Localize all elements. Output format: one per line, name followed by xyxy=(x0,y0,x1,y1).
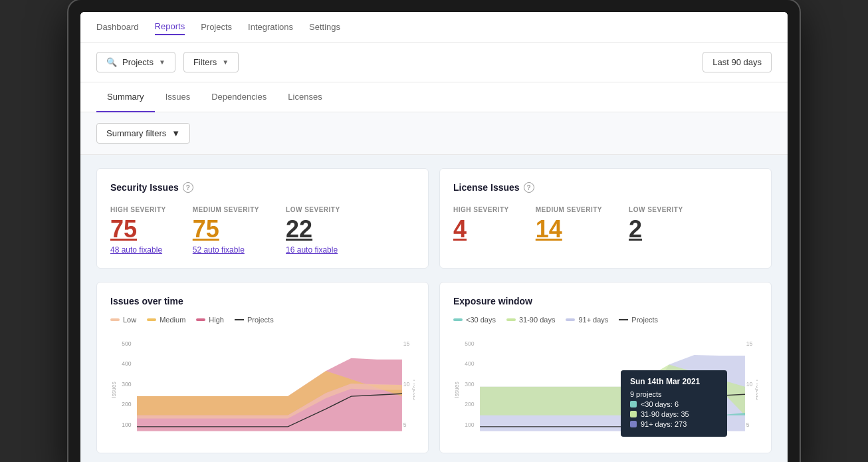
svg-text:15: 15 xyxy=(403,340,410,347)
tabs-row: Summary Issues Dependencies Licenses xyxy=(80,82,788,112)
security-info-icon[interactable]: ? xyxy=(183,182,193,193)
legend-dot-gt91 xyxy=(566,318,575,321)
legend-dot-low xyxy=(110,318,120,321)
tooltip-title: Sun 14th Mar 2021 xyxy=(630,377,718,386)
tooltip-dot-31to90 xyxy=(630,411,637,417)
issues-legend: Low Medium High xyxy=(110,316,415,324)
license-high-value[interactable]: 4 xyxy=(453,217,509,241)
svg-text:200: 200 xyxy=(122,401,132,407)
svg-text:500: 500 xyxy=(122,340,132,347)
nav-integrations[interactable]: Integrations xyxy=(248,19,293,35)
legend-high: High xyxy=(196,316,224,324)
low-auto-fixable[interactable]: 16 auto fixable xyxy=(286,245,340,255)
tooltip-dot-lt30 xyxy=(630,401,637,407)
license-issues-title: License Issues ? xyxy=(453,182,758,193)
chart-svg-issues: 500 400 300 200 100 Issues xyxy=(110,330,415,437)
nav-projects[interactable]: Projects xyxy=(201,19,232,35)
chart-tooltip: Sun 14th Mar 2021 9 projects <30 days: 6 xyxy=(621,370,727,437)
chart-title-exposure: Exposure window xyxy=(453,296,758,306)
security-issues-title: Security Issues ? xyxy=(110,182,415,193)
legend-low: Low xyxy=(110,316,136,324)
svg-text:10: 10 xyxy=(403,381,410,388)
nav-dashboard[interactable]: Dashboard xyxy=(96,19,139,35)
screen-bezel: Dashboard Reports Projects Integrations … xyxy=(68,0,800,462)
projects-label: Projects xyxy=(122,57,154,67)
tooltip-lt30-row: <30 days: 6 xyxy=(630,400,718,408)
svg-text:200: 200 xyxy=(465,401,475,407)
license-issues-card: License Issues ? HIGH SEVERITY 4 MEDIUM … xyxy=(439,168,772,269)
legend-dot-lt30 xyxy=(453,318,463,321)
license-low-value[interactable]: 2 xyxy=(629,217,683,241)
cards-grid: Security Issues ? HIGH SEVERITY 75 48 au… xyxy=(80,155,788,282)
license-low-item: LOW SEVERITY 2 xyxy=(629,206,683,241)
date-range-button[interactable]: Last 90 days xyxy=(703,52,772,72)
screen: Dashboard Reports Projects Integrations … xyxy=(80,12,788,462)
legend-lt30: <30 days xyxy=(453,316,496,324)
chevron-down-icon: ▼ xyxy=(222,58,229,66)
tooltip-31to90-row: 31-90 days: 35 xyxy=(630,410,718,418)
security-issues-card: Security Issues ? HIGH SEVERITY 75 48 au… xyxy=(96,168,429,269)
medium-auto-fixable[interactable]: 52 auto fixable xyxy=(193,245,259,255)
summary-filters-label: Summary filters xyxy=(106,128,166,138)
issues-over-time-chart: Issues over time Low Medium xyxy=(96,282,429,453)
svg-text:400: 400 xyxy=(465,360,475,367)
legend-line-exp-projects xyxy=(619,319,628,320)
svg-text:300: 300 xyxy=(465,381,475,388)
toolbar-left: 🔍 Projects ▼ Filters ▼ xyxy=(96,52,239,72)
low-severity-value[interactable]: 22 xyxy=(286,217,340,241)
nav-reports[interactable]: Reports xyxy=(155,19,185,35)
laptop-frame: Dashboard Reports Projects Integrations … xyxy=(68,0,800,462)
high-severity-value[interactable]: 75 xyxy=(110,217,166,241)
svg-text:5: 5 xyxy=(403,421,407,428)
medium-severity-value[interactable]: 75 xyxy=(193,217,259,241)
license-severity-row: HIGH SEVERITY 4 MEDIUM SEVERITY 14 LOW S… xyxy=(453,206,758,241)
svg-text:400: 400 xyxy=(122,360,132,367)
svg-text:Issues: Issues xyxy=(453,382,460,398)
exposure-window-chart: Exposure window <30 days 31-90 days xyxy=(439,282,772,453)
legend-31to90: 31-90 days xyxy=(506,316,555,324)
tab-issues[interactable]: Issues xyxy=(155,82,201,112)
chevron-down-icon: ▼ xyxy=(171,128,180,138)
svg-text:15: 15 xyxy=(746,340,753,347)
tab-licenses[interactable]: Licenses xyxy=(277,82,332,112)
legend-projects: Projects xyxy=(235,316,274,324)
svg-text:100: 100 xyxy=(122,421,132,428)
high-auto-fixable[interactable]: 48 auto fixable xyxy=(110,245,166,255)
tooltip-dot-gt91 xyxy=(630,421,637,427)
svg-text:5: 5 xyxy=(746,421,750,428)
legend-gt91: 91+ days xyxy=(566,316,608,324)
legend-dot-high xyxy=(196,318,205,321)
legend-line-projects xyxy=(235,319,244,320)
summary-filters-bar: Summary filters ▼ xyxy=(80,112,788,155)
svg-text:500: 500 xyxy=(465,340,475,347)
medium-severity-item: MEDIUM SEVERITY 75 52 auto fixable xyxy=(193,206,259,255)
svg-text:100: 100 xyxy=(465,421,475,428)
svg-text:10: 10 xyxy=(746,381,753,388)
legend-dot-31to90 xyxy=(506,318,516,321)
tooltip-gt91-row: 91+ days: 273 xyxy=(630,420,718,428)
legend-exp-projects: Projects xyxy=(619,316,658,324)
tab-summary[interactable]: Summary xyxy=(96,82,155,112)
high-severity-item: HIGH SEVERITY 75 48 auto fixable xyxy=(110,206,166,255)
security-severity-row: HIGH SEVERITY 75 48 auto fixable MEDIUM … xyxy=(110,206,415,255)
chevron-down-icon: ▼ xyxy=(159,58,165,66)
chart-area-exposure: Sun 14th Mar 2021 9 projects <30 days: 6 xyxy=(453,330,758,439)
svg-text:Projects: Projects xyxy=(755,380,758,400)
filters-dropdown[interactable]: Filters ▼ xyxy=(183,52,239,72)
svg-text:Issues: Issues xyxy=(110,382,117,398)
license-medium-value[interactable]: 14 xyxy=(536,217,602,241)
tooltip-projects-row: 9 projects xyxy=(630,390,718,398)
low-severity-item: LOW SEVERITY 22 16 auto fixable xyxy=(286,206,340,255)
svg-text:Projects: Projects xyxy=(412,380,415,400)
license-info-icon[interactable]: ? xyxy=(524,182,534,193)
summary-filters-button[interactable]: Summary filters ▼ xyxy=(96,123,190,144)
chart-title-issues: Issues over time xyxy=(110,296,415,306)
nav-settings[interactable]: Settings xyxy=(309,19,340,35)
projects-dropdown[interactable]: 🔍 Projects ▼ xyxy=(96,52,175,72)
legend-dot-medium xyxy=(147,318,156,321)
tab-dependencies[interactable]: Dependencies xyxy=(201,82,277,112)
top-nav: Dashboard Reports Projects Integrations … xyxy=(80,12,788,43)
license-medium-item: MEDIUM SEVERITY 14 xyxy=(536,206,602,241)
svg-text:300: 300 xyxy=(122,381,132,388)
license-high-item: HIGH SEVERITY 4 xyxy=(453,206,509,241)
